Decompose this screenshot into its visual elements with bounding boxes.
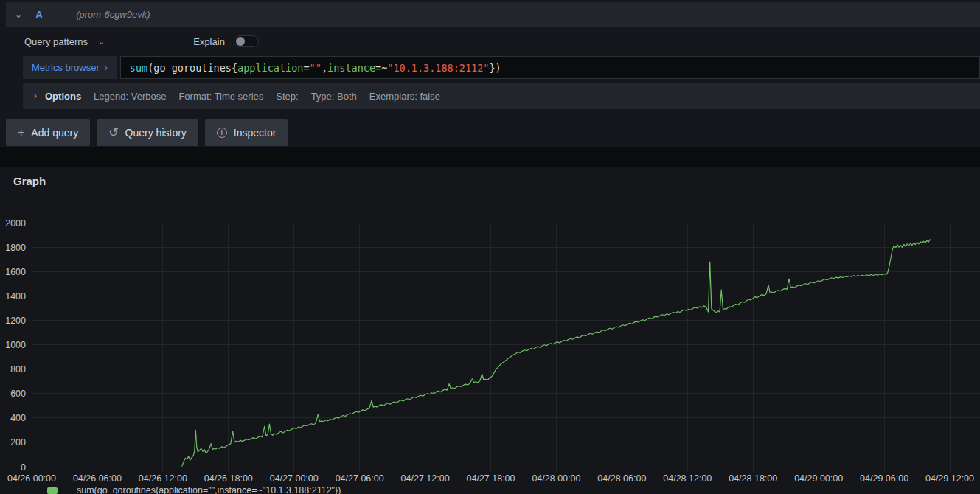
inspector-label: Inspector	[234, 127, 277, 139]
option-summary-item: Format: Time series	[178, 91, 263, 102]
chart-legend: sum(go_goroutines{application="",instanc…	[47, 485, 341, 494]
history-icon: ↺	[108, 127, 118, 139]
explain-toggle[interactable]	[234, 35, 259, 47]
y-axis-tick-label: 1200	[5, 316, 26, 326]
options-summary: Legend: VerboseFormat: Time seriesStep:T…	[94, 91, 440, 102]
query-history-label: Query history	[125, 127, 187, 139]
x-axis-tick-label: 04/27 00:00	[270, 473, 319, 484]
query-token: =	[303, 62, 309, 74]
add-query-button[interactable]: + Add query	[6, 119, 90, 146]
chevron-right-icon[interactable]: ›	[34, 91, 37, 101]
query-toolbar: Query patterns ⌄ Explain	[24, 27, 980, 56]
query-token: ""	[310, 62, 322, 74]
y-axis-tick-label: 1800	[5, 243, 26, 253]
x-axis-tick-label: 04/28 18:00	[729, 473, 777, 484]
graph-panel: Graph 0200400600800100012001400160018002…	[0, 167, 980, 494]
query-ref-id: A	[35, 9, 43, 21]
query-row-header[interactable]: ⌄ A (prom-6cgw9evk)	[6, 2, 980, 27]
info-icon: i	[217, 128, 227, 138]
options-label[interactable]: Options	[45, 91, 81, 102]
plus-icon: +	[18, 127, 24, 139]
query-token: =~	[375, 62, 387, 74]
explain-label: Explain	[193, 36, 225, 47]
pane-divider[interactable]	[0, 147, 980, 167]
option-summary-item: Step:	[276, 91, 298, 102]
query-token: application	[237, 62, 303, 74]
promql-query-input[interactable]: sum(go_goroutines{application="",instanc…	[120, 56, 980, 79]
query-token: sum	[130, 62, 147, 74]
y-axis-tick-label: 200	[10, 437, 26, 448]
x-axis-tick-label: 04/29 00:00	[794, 473, 843, 484]
query-patterns-button[interactable]: Query patterns	[24, 36, 88, 47]
time-series-chart[interactable]: 020040060080010001200140016001800200004/…	[0, 167, 980, 494]
collapse-chevron-icon[interactable]: ⌄	[15, 10, 28, 20]
legend-series-label[interactable]: sum(go_goroutines{application="",instanc…	[77, 485, 341, 494]
x-axis-tick-label: 04/27 18:00	[466, 473, 515, 484]
x-axis-tick-label: 04/29 06:00	[860, 473, 908, 484]
x-axis-tick-label: 04/26 00:00	[7, 473, 56, 484]
add-query-label: Add query	[31, 127, 78, 139]
chevron-right-icon: ›	[105, 63, 108, 73]
inspector-button[interactable]: i Inspector	[205, 119, 288, 146]
chevron-down-icon[interactable]: ⌄	[98, 37, 105, 46]
y-axis-tick-label: 600	[10, 389, 26, 399]
query-token: })	[489, 62, 501, 74]
x-axis-tick-label: 04/27 12:00	[401, 473, 450, 484]
query-history-button[interactable]: ↺ Query history	[97, 119, 198, 146]
y-axis-tick-label: 800	[10, 364, 26, 375]
option-summary-item: Legend: Verbose	[94, 91, 166, 102]
action-buttons: + Add query ↺ Query history i Inspector	[6, 119, 288, 146]
legend-color-swatch	[47, 487, 58, 494]
option-summary-item: Exemplars: false	[369, 91, 440, 102]
query-token: instance	[327, 62, 375, 74]
metrics-browser-label: Metrics browser	[32, 62, 100, 73]
query-editor-row: Metrics browser › sum(go_goroutines{appl…	[23, 56, 980, 79]
x-axis-tick-label: 04/26 06:00	[73, 473, 122, 484]
option-summary-item: Type: Both	[311, 91, 357, 102]
x-axis-tick-label: 04/28 06:00	[597, 473, 646, 484]
y-axis-tick-label: 2000	[5, 218, 26, 229]
y-axis-tick-label: 1400	[5, 291, 26, 302]
x-axis-tick-label: 04/28 12:00	[663, 473, 712, 484]
query-token: (go_goroutines{	[147, 62, 237, 74]
y-axis-tick-label: 1000	[5, 340, 26, 350]
metrics-browser-button[interactable]: Metrics browser ›	[23, 56, 117, 79]
datasource-hint: (prom-6cgw9evk)	[76, 9, 150, 20]
x-axis-tick-label: 04/26 12:00	[139, 473, 187, 484]
x-axis-tick-label: 04/28 00:00	[532, 473, 580, 484]
x-axis-tick-label: 04/26 18:00	[204, 473, 253, 484]
options-row[interactable]: › Options Legend: VerboseFormat: Time se…	[23, 83, 980, 109]
toggle-knob	[236, 37, 245, 46]
y-axis-tick-label: 0	[21, 462, 26, 473]
query-token: "10.1.3.188:2112"	[387, 62, 489, 74]
query-token: ,	[322, 62, 327, 74]
x-axis-tick-label: 04/29 12:00	[925, 473, 974, 484]
y-axis-tick-label: 1600	[5, 267, 26, 277]
x-axis-tick-label: 04/27 06:00	[336, 473, 384, 484]
y-axis-tick-label: 400	[10, 413, 26, 423]
